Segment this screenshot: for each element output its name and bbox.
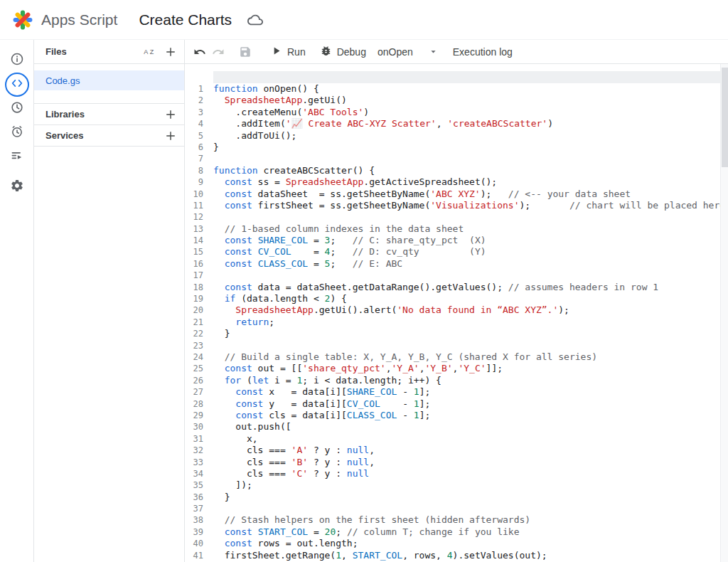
line-number[interactable]: 22 xyxy=(185,328,203,339)
apps-script-logo-icon[interactable] xyxy=(10,7,36,33)
line-number[interactable]: 18 xyxy=(185,282,203,293)
debug-button[interactable]: Debug xyxy=(320,45,366,59)
code-token: 'B' xyxy=(291,457,308,467)
project-title[interactable]: Create Charts xyxy=(139,11,232,28)
code-token: SHARE_COL xyxy=(258,235,308,245)
line-number[interactable]: 6 xyxy=(185,142,203,153)
code-token: , xyxy=(369,445,375,455)
line-number[interactable]: 39 xyxy=(185,526,203,538)
file-item-code-gs[interactable]: Code.gs xyxy=(34,70,184,90)
run-button[interactable]: Run xyxy=(270,45,306,59)
line-number[interactable]: 11 xyxy=(185,200,203,211)
vertical-scrollbar[interactable] xyxy=(720,64,728,562)
app-name[interactable]: Apps Script xyxy=(41,11,117,28)
line-number[interactable]: 29 xyxy=(185,410,203,421)
scrollbar-thumb[interactable] xyxy=(722,68,728,167)
line-number[interactable]: 26 xyxy=(185,375,203,386)
code-token xyxy=(213,317,235,327)
line-number[interactable]: 37 xyxy=(185,503,203,514)
line-number[interactable]: 35 xyxy=(185,479,203,491)
line-number[interactable]: 17 xyxy=(185,270,203,281)
code-token: ); xyxy=(558,304,569,315)
code-token xyxy=(213,223,225,234)
alarm-clock-icon xyxy=(10,124,24,142)
code-token: CLASS_COL xyxy=(347,410,397,420)
line-number[interactable]: 40 xyxy=(185,538,203,549)
line-number[interactable]: 5 xyxy=(185,130,203,142)
code-line: SpreadsheetApp.getUi().alert('No data fo… xyxy=(213,304,728,316)
line-number[interactable]: 25 xyxy=(185,363,203,374)
add-service-button[interactable] xyxy=(164,129,177,142)
function-selector-value: onOpen xyxy=(378,46,413,58)
line-number[interactable]: 36 xyxy=(185,492,203,503)
code-lines[interactable]: function onOpen() { SpreadsheetApp.getUi… xyxy=(203,83,728,562)
add-library-button[interactable] xyxy=(164,108,177,121)
line-number[interactable]: 28 xyxy=(185,398,203,410)
line-number[interactable]: 32 xyxy=(185,445,203,456)
code-token: // Build a single table: X, Y_A, Y_B, Y_… xyxy=(225,351,597,362)
line-number[interactable]: 19 xyxy=(185,293,203,304)
code-line: // Build a single table: X, Y_A, Y_B, Y_… xyxy=(213,351,728,363)
line-number[interactable]: 12 xyxy=(185,211,203,223)
code-token: 4 xyxy=(447,550,453,561)
line-number[interactable]: 15 xyxy=(185,246,203,258)
line-number[interactable]: 38 xyxy=(185,514,203,526)
nav-overview[interactable] xyxy=(5,48,29,73)
section-services-label: Services xyxy=(46,130,84,141)
line-number[interactable]: 4 xyxy=(185,118,203,129)
line-number[interactable]: 34 xyxy=(185,468,203,479)
nav-project-history[interactable] xyxy=(5,97,29,121)
line-number[interactable]: 14 xyxy=(185,235,203,246)
line-number[interactable]: 9 xyxy=(185,176,203,188)
undo-icon[interactable] xyxy=(193,46,206,58)
line-number[interactable]: 24 xyxy=(185,351,203,363)
line-number[interactable]: 2 xyxy=(185,95,203,106)
sort-az-icon[interactable]: A Z xyxy=(143,46,156,58)
code-token xyxy=(213,363,225,373)
code-token: ; xyxy=(336,526,347,537)
line-number[interactable]: 10 xyxy=(185,189,203,200)
code-line: } xyxy=(213,492,728,503)
file-name: Code.gs xyxy=(46,75,80,86)
execution-log-button[interactable]: Execution log xyxy=(453,46,513,58)
line-number[interactable]: 7 xyxy=(185,153,203,164)
code-token: = xyxy=(308,526,324,537)
code-line: const CV_COL = 4; // D: cv_qty (Y) xyxy=(213,246,728,258)
line-number[interactable]: 16 xyxy=(185,258,203,270)
code-token: SpreadsheetApp xyxy=(235,304,314,315)
line-number[interactable]: 27 xyxy=(185,386,203,398)
nav-settings[interactable] xyxy=(5,175,29,199)
code-token xyxy=(252,258,258,269)
line-number[interactable]: 23 xyxy=(185,340,203,351)
line-number[interactable]: 31 xyxy=(185,433,203,445)
code-token: onOpen() { xyxy=(258,83,319,94)
line-number[interactable]: 3 xyxy=(185,107,203,118)
line-number[interactable]: 41 xyxy=(185,550,203,561)
save-icon[interactable] xyxy=(239,46,252,58)
line-number[interactable]: 1 xyxy=(185,83,203,95)
line-number[interactable]: 33 xyxy=(185,457,203,468)
line-number[interactable]: 13 xyxy=(185,223,203,235)
redo-icon[interactable] xyxy=(212,46,225,58)
line-numbers[interactable]: 1234567891011121314151617181920212223242… xyxy=(185,83,203,562)
code-token xyxy=(252,526,258,537)
code-token: 1 xyxy=(414,410,419,420)
code-token: firstSheet.getRange( xyxy=(213,550,336,561)
files-panel: Files A Z Code.gs xyxy=(34,40,185,562)
line-number[interactable]: 30 xyxy=(185,421,203,433)
code-token: 'share_qty_pct' xyxy=(302,363,385,373)
code-token: START_COL xyxy=(353,550,402,561)
nav-triggers[interactable] xyxy=(5,121,29,145)
function-selector[interactable]: onOpen xyxy=(378,46,439,58)
add-file-button[interactable] xyxy=(164,46,177,58)
code-line: SpreadsheetApp.getUi() xyxy=(213,95,728,106)
nav-executions[interactable] xyxy=(5,145,29,169)
code-token: ? y : xyxy=(308,445,347,455)
nav-editor[interactable] xyxy=(5,73,29,97)
line-number[interactable]: 8 xyxy=(185,165,203,176)
code-token: ? y : xyxy=(308,468,347,479)
line-number[interactable]: 20 xyxy=(185,304,203,316)
debug-button-label: Debug xyxy=(337,46,366,58)
line-number[interactable]: 21 xyxy=(185,317,203,328)
code-editor[interactable]: 1234567891011121314151617181920212223242… xyxy=(185,64,728,562)
